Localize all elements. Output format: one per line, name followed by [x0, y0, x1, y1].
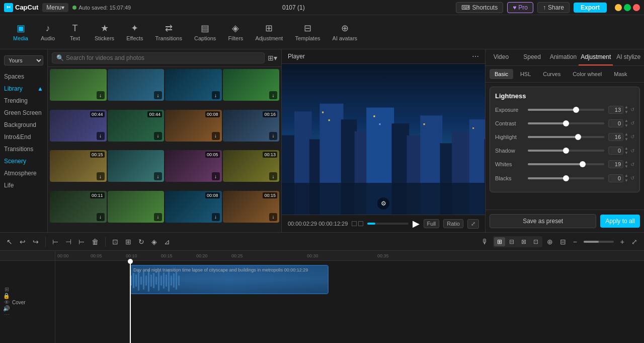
shortcuts-button[interactable]: ⌨ Shortcuts: [456, 2, 503, 13]
sidebar-item-life[interactable]: Life: [0, 179, 47, 191]
plus-button[interactable]: +: [618, 236, 627, 247]
tool-templates[interactable]: ⊟ Templates: [290, 20, 325, 44]
download-icon-11[interactable]: ↓: [212, 172, 220, 180]
trim-left-button[interactable]: ⊣: [63, 236, 74, 247]
close-button[interactable]: [633, 4, 640, 11]
minimize-button[interactable]: [615, 4, 622, 11]
media-thumb-6[interactable]: 00:44 ↓: [108, 110, 165, 142]
download-icon-2[interactable]: ↓: [154, 91, 162, 99]
layout-button[interactable]: ⊟: [557, 236, 569, 247]
media-thumb-8[interactable]: 00:16 ↓: [223, 110, 280, 142]
save-preset-button[interactable]: Save as preset: [490, 214, 596, 228]
download-icon-1[interactable]: ↓: [97, 91, 105, 99]
sidebar-item-trending[interactable]: Trending: [0, 95, 47, 107]
tool-audio[interactable]: ♪ Audio: [35, 20, 60, 44]
media-thumb-4[interactable]: ↓: [223, 69, 280, 101]
rotate-button[interactable]: ↻: [136, 236, 147, 247]
highlight-arrows[interactable]: ▲ ▼: [624, 132, 628, 142]
shadow-arrows[interactable]: ▲ ▼: [624, 146, 628, 156]
shadow-up[interactable]: ▲: [624, 146, 628, 151]
ratio-button[interactable]: Ratio: [443, 219, 463, 228]
contrast-reset[interactable]: ↺: [630, 120, 634, 126]
blacks-up[interactable]: ▲: [624, 173, 628, 178]
media-thumb-10[interactable]: ↓: [108, 150, 165, 182]
media-thumb-5[interactable]: 00:44 ↓: [50, 110, 107, 142]
contrast-up[interactable]: ▲: [624, 118, 628, 123]
blacks-down[interactable]: ▼: [624, 178, 628, 183]
more-button[interactable]: ⋯: [4, 312, 10, 318]
tool-media[interactable]: ▣ Media: [8, 20, 33, 44]
media-thumb-1[interactable]: ↓: [50, 69, 107, 101]
contrast-slider[interactable]: [528, 122, 604, 124]
pro-button[interactable]: ♥ Pro: [507, 2, 533, 13]
whites-up[interactable]: ▲: [624, 160, 628, 165]
exposure-reset[interactable]: ↺: [630, 107, 634, 112]
playhead[interactable]: [130, 261, 131, 343]
resize-button[interactable]: ⊞: [123, 236, 134, 247]
menu-button[interactable]: Menu▾: [42, 3, 68, 12]
group-btn-1[interactable]: ⊞: [494, 237, 505, 246]
search-input[interactable]: [66, 54, 260, 61]
exposure-up[interactable]: ▲: [624, 105, 628, 110]
redo-button[interactable]: ↪: [30, 236, 41, 247]
download-icon-14[interactable]: ↓: [154, 213, 162, 221]
download-icon-4[interactable]: ↓: [269, 91, 277, 99]
whites-reset[interactable]: ↺: [630, 162, 634, 167]
shadow-down[interactable]: ▼: [624, 151, 628, 156]
download-icon-12[interactable]: ↓: [269, 172, 277, 180]
contrast-down[interactable]: ▼: [624, 123, 628, 128]
play-button[interactable]: ▶: [413, 218, 420, 229]
shadow-thumb[interactable]: [563, 148, 569, 154]
tab-speed[interactable]: Speed: [517, 49, 548, 65]
mic-button[interactable]: 🎙: [479, 236, 491, 247]
tool-transitions[interactable]: ⇄ Transitions: [150, 20, 187, 44]
download-icon-10[interactable]: ↓: [154, 172, 162, 180]
tab-video[interactable]: Video: [486, 49, 517, 65]
sidebar-item-background[interactable]: Background: [0, 119, 47, 131]
color-button[interactable]: ◈: [149, 236, 159, 247]
media-thumb-14[interactable]: ↓: [108, 191, 165, 223]
whites-down[interactable]: ▼: [624, 164, 628, 169]
whites-slider[interactable]: [528, 163, 604, 165]
tab-adjustment[interactable]: Adjustment: [579, 49, 613, 65]
blacks-arrows[interactable]: ▲ ▼: [624, 173, 628, 183]
tool-ai-avatars[interactable]: ⊕ AI avatars: [328, 20, 363, 44]
trim-right-button[interactable]: ⊢: [76, 236, 87, 247]
highlight-slider[interactable]: [528, 136, 604, 138]
whites-thumb[interactable]: [580, 161, 586, 167]
exposure-down[interactable]: ▼: [624, 110, 628, 115]
media-thumb-2[interactable]: ↓: [108, 69, 165, 101]
fullscreen-button[interactable]: Full: [424, 219, 440, 228]
subtab-mask[interactable]: Mask: [609, 69, 632, 79]
tool-filters[interactable]: ◈ Filters: [223, 20, 248, 44]
add-track-button[interactable]: ⊞: [5, 286, 9, 293]
download-icon-16[interactable]: ↓: [269, 213, 277, 221]
transform-button[interactable]: ⊿: [162, 236, 173, 247]
highlight-reset[interactable]: ↺: [630, 134, 634, 140]
download-icon-15[interactable]: ↓: [212, 213, 220, 221]
lock-button[interactable]: 🔒: [3, 293, 10, 299]
media-thumb-13[interactable]: 00:11 ↓: [50, 191, 107, 223]
download-icon-5[interactable]: ↓: [97, 132, 105, 140]
sidebar-dropdown[interactable]: Yours: [4, 55, 43, 65]
media-thumb-3[interactable]: ↓: [165, 69, 222, 101]
split-button[interactable]: ⊢: [50, 236, 61, 247]
settings-overlay-btn[interactable]: ⚙: [377, 197, 389, 210]
crop-button[interactable]: ⊡: [110, 236, 121, 247]
highlight-thumb[interactable]: [575, 134, 581, 140]
undo-button[interactable]: ↩: [17, 236, 28, 247]
exposure-slider[interactable]: [528, 109, 604, 111]
sidebar-item-transitions[interactable]: Transitions: [0, 143, 47, 155]
media-thumb-15[interactable]: 00:08 ↓: [165, 191, 222, 223]
media-thumb-12[interactable]: 00:13 ↓: [223, 150, 280, 182]
share-button[interactable]: ↑ Share: [537, 2, 570, 13]
subtab-color-wheel[interactable]: Color wheel: [568, 69, 607, 79]
filter-button[interactable]: ⊞▾: [268, 54, 277, 62]
group-btn-4[interactable]: ⊡: [530, 237, 541, 246]
segment-btn-1[interactable]: [352, 221, 357, 226]
whites-arrows[interactable]: ▲ ▼: [624, 160, 628, 169]
contrast-arrows[interactable]: ▲ ▼: [624, 118, 628, 128]
insert-button[interactable]: ⊕: [544, 236, 555, 247]
player-menu-button[interactable]: ⋯: [472, 52, 479, 60]
minus-button[interactable]: −: [571, 236, 580, 247]
